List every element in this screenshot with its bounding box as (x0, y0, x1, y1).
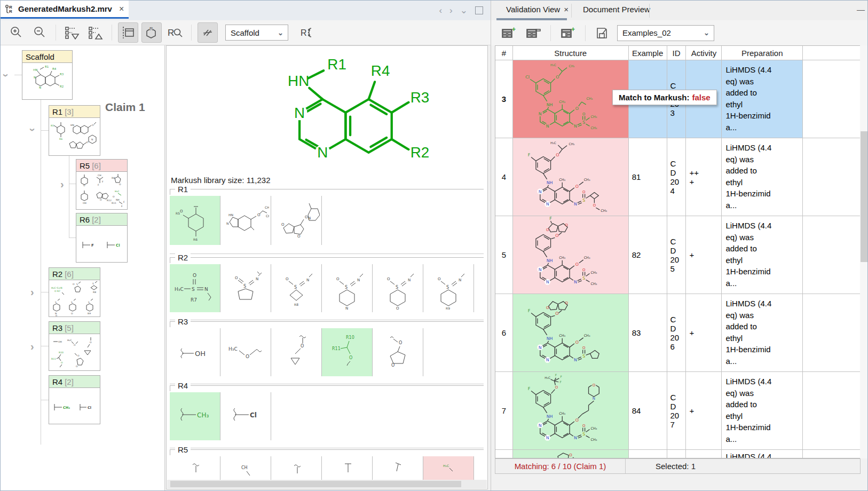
r3-definition-5[interactable]: O O (373, 328, 423, 376)
preparation-cell[interactable]: LiHMDS (4.4 (722, 450, 803, 458)
hide-rlogic-button[interactable] (198, 22, 218, 43)
r2-definition-3[interactable]: S O N R8 (271, 264, 322, 312)
activity-cell[interactable]: + (686, 216, 722, 294)
tree-node-r4[interactable]: R4[2] CH₃ Cl (49, 375, 100, 424)
activity-cell[interactable]: + (686, 294, 722, 371)
zoom-in-button[interactable] (6, 22, 26, 43)
r5-definition-6[interactable]: H₃C (423, 456, 474, 480)
tab-document-preview[interactable]: Document Preview (583, 1, 650, 18)
example-cell[interactable]: 81 (629, 138, 667, 216)
activity-cell[interactable] (686, 450, 722, 458)
r1-definition-2[interactable]: HNN O CH₃CH₃ (220, 196, 271, 245)
r2-definition-4[interactable]: S O N N (322, 264, 373, 312)
tab-validation-view[interactable]: Validation View × (506, 1, 569, 18)
preparation-cell[interactable]: LiHMDS (4.4 eq) was added to ethyl 1H-be… (722, 216, 803, 294)
col-header-num[interactable]: # (495, 46, 513, 60)
collapse-panel-icon[interactable]: — (857, 5, 865, 14)
horizontal-scrollbar[interactable] (167, 480, 487, 488)
scaffold-select[interactable]: Scaffold ⌄ (225, 25, 288, 41)
tab-list-chevron-icon[interactable]: ⌄ (460, 5, 468, 16)
tree-panel-toggle-button[interactable] (118, 22, 138, 43)
expander-r3-icon[interactable]: › (30, 341, 34, 352)
example-cell[interactable]: 84 (629, 372, 667, 449)
table-row[interactable]: F CH₃ 6 83 C D 20 6 + LiHMDS (4.4 eq) wa… (495, 294, 860, 372)
tree-node-r6[interactable]: R6[2] F Cl (76, 213, 128, 263)
document-tab[interactable]: R R GeneratedMarkush2.mrv × (1, 1, 129, 19)
r5-definition-5[interactable] (373, 456, 423, 480)
col-header-structure[interactable]: Structure (513, 46, 629, 60)
table-row[interactable]: 7 F H₃C F F F O (495, 372, 860, 450)
col-header-example[interactable]: Example (629, 46, 667, 60)
table-row[interactable]: O LiHMDS (4.4 (495, 450, 860, 458)
r2-definition-6[interactable]: S O N R9 (423, 264, 474, 312)
id-cell[interactable]: C D 20 6 (667, 294, 686, 371)
r2-definition-5[interactable]: S O N O (373, 264, 423, 312)
tab-close-icon[interactable]: × (564, 5, 569, 14)
example-cell[interactable] (629, 450, 667, 458)
maximize-icon[interactable] (475, 6, 483, 14)
r5-definition-2[interactable]: CH (220, 456, 271, 480)
structure-cell[interactable]: F CH₃ O CH₃ (513, 138, 629, 216)
col-header-activity[interactable]: Activity (686, 46, 722, 60)
preparation-cell[interactable]: LiHMDS (4.4 eq) was added to ethyl 1H-be… (722, 294, 803, 371)
collapse-all-button[interactable] (85, 22, 106, 43)
id-cell[interactable]: C D 20 4 (667, 138, 686, 216)
expander-r2-icon[interactable]: › (30, 287, 34, 297)
tree-node-scaffold[interactable]: Scaffold HNR1 R4R3 R2 NN (22, 50, 73, 100)
vertical-scrollbar[interactable] (860, 45, 868, 458)
dataset-select[interactable]: Examples_02 ⌄ (617, 25, 714, 41)
preparation-cell[interactable]: LiHMDS (4.4 eq) was added to ethyl 1H-be… (722, 138, 803, 216)
r5-definition-3[interactable] (271, 456, 322, 480)
tree-node-r1[interactable]: R1[3] R5R6 O HN O N (49, 105, 100, 156)
activity-cell[interactable]: + (686, 372, 722, 449)
tree-node-r2[interactable]: R2[6] H₃C–S=NO R7 SO SR8 SNH SO SR9 (49, 267, 100, 317)
tree-node-r3[interactable]: R3[5] OH H₃CO O R10 R11 O O O (49, 321, 100, 371)
activity-cell[interactable]: ++ + (686, 138, 722, 216)
rgroup-structure-button[interactable]: R (141, 22, 162, 43)
expander-scaffold-icon[interactable]: › (1, 74, 12, 77)
add-table-button[interactable]: + (499, 23, 519, 43)
scrollbar-thumb[interactable] (861, 131, 867, 262)
example-cell[interactable]: 83 (629, 294, 667, 371)
zoom-out-button[interactable] (29, 22, 50, 43)
r4-definition-1[interactable]: CH₃ (170, 392, 220, 440)
r3-definition-3[interactable]: O (271, 328, 322, 376)
scaffold-structure[interactable]: N N HN R1 R4 R3 R2 (241, 49, 460, 175)
rgroup-search-button[interactable]: R (165, 22, 185, 43)
r3-definition-2[interactable]: H₃C O (220, 328, 271, 376)
example-cell[interactable]: 82 (629, 216, 667, 294)
preparation-cell[interactable]: LiHMDS (4.4 eq) was added to ethyl 1H-be… (722, 60, 803, 138)
r1-definition-3[interactable]: OO O N (271, 196, 322, 245)
r2-definition-1[interactable]: O H₃C S N R7 (170, 264, 220, 312)
r3-definition-4[interactable]: R10 R11 O (322, 328, 373, 376)
structure-cell[interactable]: F CH₃ (513, 294, 629, 371)
expand-all-button[interactable] (62, 22, 82, 43)
structure-cell[interactable]: Cl O H₃CCH₃ NH NN CH₃ O (513, 60, 629, 138)
id-cell[interactable]: C D 20 7 (667, 372, 686, 449)
expander-r1-icon[interactable]: › (28, 128, 38, 132)
tree-node-r5[interactable]: R5[6] O CHFF R8O OH OR12 H₃C ONH R11FF (76, 159, 128, 210)
structure-cell[interactable]: F CH₃ (513, 216, 629, 294)
table-row[interactable]: 4 F CH₃ O CH₃ 81 C (495, 138, 860, 216)
col-header-id[interactable]: ID (667, 46, 686, 60)
col-header-preparation[interactable]: Preparation (722, 46, 803, 60)
preparation-cell[interactable]: LiHMDS (4.4 eq) was added to ethyl 1H-be… (722, 372, 803, 449)
r4-definition-2[interactable]: Cl (220, 392, 271, 440)
r5-definition-1[interactable] (170, 456, 220, 480)
scrollbar-thumb[interactable] (170, 481, 461, 487)
remove-table-button[interactable] (523, 23, 543, 43)
edit-save-button[interactable] (593, 23, 613, 43)
table-row[interactable]: 5 F CH₃ 82 C D 20 5 + LiHMDS (4.4 eq) wa… (495, 216, 860, 294)
r5-definition-4[interactable] (322, 456, 373, 480)
add-column-button[interactable]: + (558, 23, 578, 43)
tab-scroll-left-icon[interactable]: ‹ (439, 5, 442, 16)
r2-definition-2[interactable]: S O N (220, 264, 271, 312)
r3-definition-1[interactable]: OH (170, 328, 220, 376)
tab-scroll-right-icon[interactable]: › (449, 5, 453, 16)
structure-cell[interactable]: F H₃C F F F O O N (513, 372, 629, 449)
tab-close-icon[interactable]: × (119, 4, 124, 14)
expander-r5-icon[interactable]: › (60, 179, 64, 189)
id-cell[interactable] (667, 450, 686, 458)
id-cell[interactable]: C D 20 5 (667, 216, 686, 294)
rgroup-attachment-button[interactable]: R (297, 22, 317, 43)
